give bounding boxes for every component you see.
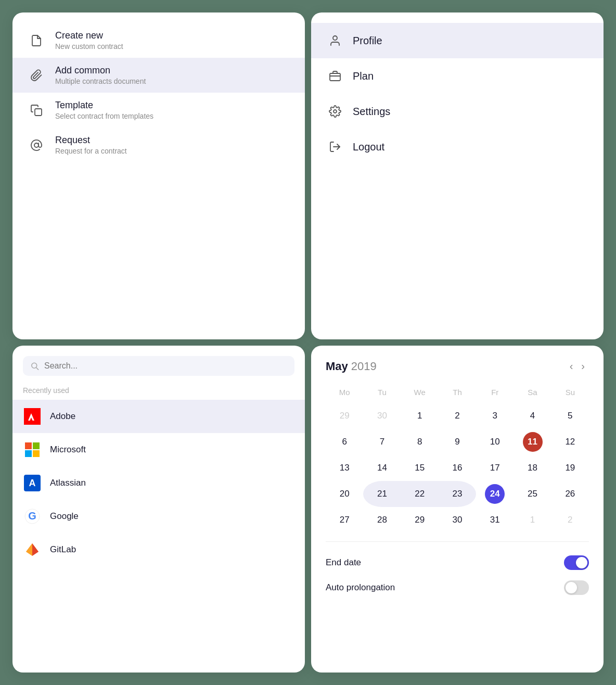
calendar-day-19-w2[interactable]: 19 [551, 455, 589, 481]
profile-item-label-settings: Settings [353, 106, 390, 118]
calendar-footer: End date Auto prolongation [326, 541, 589, 600]
calendar-day-1-w4[interactable]: 1 [514, 507, 551, 533]
weekday-Fr: Fr [476, 386, 514, 403]
day-num-25: 25 [523, 484, 543, 504]
next-month-button[interactable]: › [577, 358, 589, 374]
calendar-day-23-w3[interactable]: 23 [439, 481, 476, 507]
company-item-atlassian[interactable]: A Atlassian [12, 466, 305, 500]
contract-menu-item-template[interactable]: Template Select contract from templates [12, 93, 305, 128]
weekday-We: We [401, 386, 439, 403]
svg-text:G: G [28, 510, 36, 522]
microsoft-logo [23, 440, 42, 459]
day-num-15: 15 [410, 458, 430, 478]
calendar-day-8-w1[interactable]: 8 [401, 429, 439, 455]
day-num-1: 1 [523, 510, 543, 530]
calendar-day-15-w2[interactable]: 15 [401, 455, 439, 481]
calendar-day-30-w0[interactable]: 30 [363, 403, 401, 429]
profile-menu-item-logout[interactable]: Logout [311, 129, 604, 164]
day-num-29: 29 [410, 510, 430, 530]
calendar-day-21-w3[interactable]: 21 [363, 481, 401, 507]
calendar-day-9-w1[interactable]: 9 [439, 429, 476, 455]
calendar-day-5-w0[interactable]: 5 [551, 403, 589, 429]
calendar-day-29-w4[interactable]: 29 [401, 507, 439, 533]
day-num-26: 26 [560, 484, 580, 504]
calendar-header: May2019 ‹ › [326, 358, 589, 374]
company-name-adobe: Adobe [50, 411, 75, 422]
calendar-day-1-w0[interactable]: 1 [401, 403, 439, 429]
calendar-day-3-w0[interactable]: 3 [476, 403, 514, 429]
briefcase-icon [328, 69, 342, 83]
day-num-2: 2 [447, 406, 467, 426]
calendar-day-2-w4[interactable]: 2 [551, 507, 589, 533]
auto-prolongation-label: Auto prolongation [326, 582, 395, 593]
weekday-Th: Th [439, 386, 476, 403]
calendar-grid-container: MoTuWeThFrSaSu29301234567891011121314151… [326, 386, 589, 533]
profile-item-label-logout: Logout [353, 141, 384, 153]
calendar-day-28-w4[interactable]: 28 [363, 507, 401, 533]
contract-item-text-template: Template Select contract from templates [55, 100, 153, 120]
contract-item-title-create-new: Create new [55, 30, 123, 41]
calendar-day-10-w1[interactable]: 10 [476, 429, 514, 455]
day-num-6: 6 [335, 432, 354, 452]
weekday-Sa: Sa [514, 386, 551, 403]
day-num-16: 16 [447, 458, 467, 478]
calendar-day-4-w0[interactable]: 4 [514, 403, 551, 429]
company-item-microsoft[interactable]: Microsoft [12, 433, 305, 466]
calendar-day-24-w3[interactable]: 24 [476, 481, 514, 507]
calendar-day-12-w1[interactable]: 12 [551, 429, 589, 455]
company-name-gitlab: GitLab [50, 544, 76, 555]
prev-month-button[interactable]: ‹ [566, 358, 578, 374]
calendar-day-14-w2[interactable]: 14 [363, 455, 401, 481]
day-num-10: 10 [485, 432, 505, 452]
contract-menu-item-request[interactable]: Request Request for a contract [12, 128, 305, 162]
day-num-20: 20 [335, 484, 354, 504]
contract-item-title-add-common: Add common [55, 65, 146, 76]
svg-rect-9 [25, 442, 32, 449]
day-num-5: 5 [560, 406, 580, 426]
contract-item-text-create-new: Create new New custom contract [55, 30, 123, 50]
calendar-day-16-w2[interactable]: 16 [439, 455, 476, 481]
calendar-day-29-w0[interactable]: 29 [326, 403, 363, 429]
end-date-toggle-knob [576, 557, 587, 568]
end-date-toggle[interactable] [564, 555, 589, 570]
day-num-12: 12 [560, 432, 580, 452]
calendar-day-18-w2[interactable]: 18 [514, 455, 551, 481]
calendar-day-31-w4[interactable]: 31 [476, 507, 514, 533]
contract-menu-item-create-new[interactable]: Create new New custom contract [12, 23, 305, 58]
calendar-day-25-w3[interactable]: 25 [514, 481, 551, 507]
contract-item-text-add-common: Add common Multiple contracts document [55, 65, 146, 85]
company-item-adobe[interactable]: Adobe [12, 400, 305, 433]
end-date-row: End date [326, 550, 589, 575]
profile-menu-item-settings[interactable]: Settings [311, 94, 604, 129]
calendar-day-2-w0[interactable]: 2 [439, 403, 476, 429]
document-icon [27, 31, 46, 50]
calendar-day-7-w1[interactable]: 7 [363, 429, 401, 455]
svg-line-8 [36, 367, 38, 370]
calendar-day-17-w2[interactable]: 17 [476, 455, 514, 481]
svg-text:A: A [29, 478, 36, 488]
day-num-31: 31 [485, 510, 505, 530]
company-item-gitlab[interactable]: GitLab [12, 533, 305, 566]
search-input[interactable] [44, 361, 287, 371]
calendar-day-30-w4[interactable]: 30 [439, 507, 476, 533]
contract-menu-item-add-common[interactable]: Add common Multiple contracts document [12, 58, 305, 93]
end-date-label: End date [326, 557, 361, 568]
svg-rect-3 [330, 73, 340, 81]
profile-menu-item-profile[interactable]: Profile [311, 23, 604, 58]
weekday-Su: Su [551, 386, 589, 403]
calendar-day-11-w1[interactable]: 11 [514, 429, 551, 455]
calendar-day-26-w3[interactable]: 26 [551, 481, 589, 507]
calendar-table: MoTuWeThFrSaSu29301234567891011121314151… [326, 386, 589, 533]
day-num-30: 30 [447, 510, 467, 530]
contract-item-text-request: Request Request for a contract [55, 135, 127, 155]
calendar-day-20-w3[interactable]: 20 [326, 481, 363, 507]
calendar-day-27-w4[interactable]: 27 [326, 507, 363, 533]
calendar-day-22-w3[interactable]: 22 [401, 481, 439, 507]
day-num-14: 14 [372, 458, 392, 478]
company-item-google[interactable]: G Google [12, 500, 305, 533]
calendar-day-6-w1[interactable]: 6 [326, 429, 363, 455]
profile-menu-item-plan[interactable]: Plan [311, 58, 604, 94]
auto-prolongation-toggle[interactable] [564, 580, 589, 595]
contract-menu-panel: Create new New custom contract Add commo… [12, 12, 305, 339]
calendar-day-13-w2[interactable]: 13 [326, 455, 363, 481]
